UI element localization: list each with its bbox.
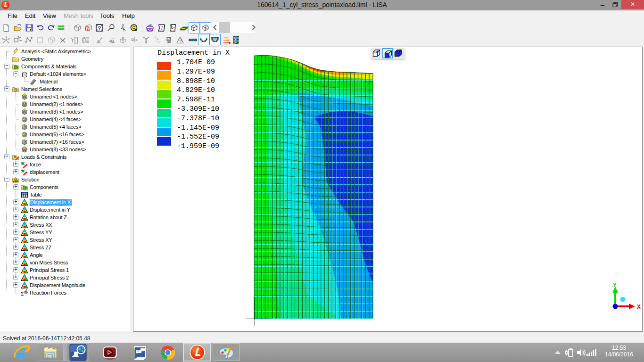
svg-text:z: z [75, 41, 76, 44]
svg-text:X: X [637, 304, 641, 311]
svg-text:Y: Y [613, 282, 617, 289]
svg-text:7: 7 [160, 25, 163, 31]
